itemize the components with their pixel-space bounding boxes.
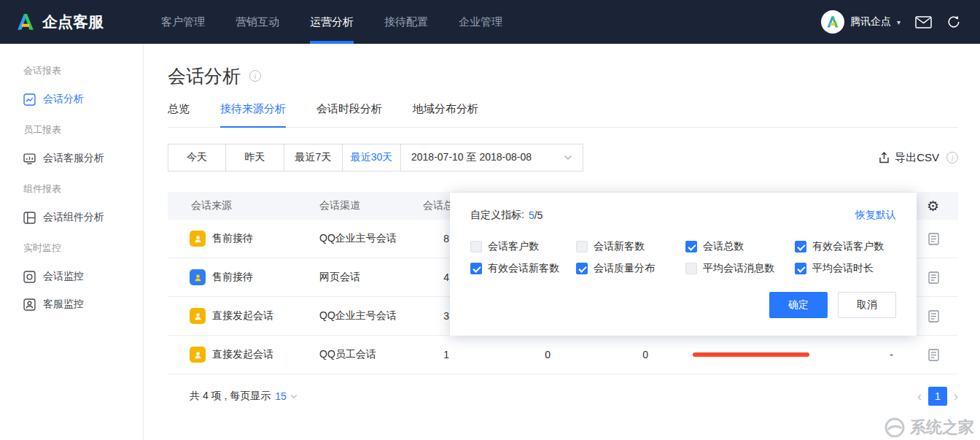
- sidebar-item-session-analysis[interactable]: 会话分析: [0, 85, 143, 113]
- metric-option-avg-messages[interactable]: 平均会话消息数: [685, 261, 795, 276]
- metric-count-total: /5: [534, 209, 543, 221]
- source-cell: 直接发起会话: [212, 309, 273, 323]
- mail-icon[interactable]: [915, 16, 932, 28]
- export-info-icon[interactable]: i: [946, 152, 958, 163]
- confirm-button[interactable]: 确定: [769, 292, 828, 318]
- brand-logo[interactable]: 企点客服: [16, 12, 146, 32]
- sidebar-item-session-monitor[interactable]: 会话监控: [0, 263, 143, 290]
- checkbox-label: 会话总数: [703, 240, 744, 253]
- checkbox[interactable]: [470, 241, 482, 252]
- tab-region-distribution-analysis[interactable]: 地域分布分析: [413, 102, 478, 127]
- sidebar-item-agent-session-analysis[interactable]: 会话客服分析: [0, 144, 143, 172]
- metric-count: 5: [529, 209, 534, 221]
- checkbox-label: 有效会话新客数: [488, 262, 559, 275]
- filter-yesterday-button[interactable]: 昨天: [226, 144, 284, 171]
- tab-session-period-analysis[interactable]: 会话时段分析: [316, 102, 382, 127]
- nav-label: 客户管理: [161, 15, 205, 29]
- export-csv-button[interactable]: 导出CSV: [879, 151, 939, 165]
- metric-option-quality-distribution[interactable]: 会话质量分布: [576, 261, 685, 276]
- source-channel-icon: [190, 269, 206, 285]
- tab-reception-source-analysis[interactable]: 接待来源分析: [220, 102, 286, 128]
- tab-overview[interactable]: 总览: [168, 102, 190, 127]
- source-channel-icon: [190, 231, 206, 247]
- checkbox-label: 有效会话客户数: [812, 240, 884, 253]
- chevron-down-icon: [564, 155, 572, 161]
- metric-option-valid-session-customers[interactable]: 有效会话客户数: [795, 239, 896, 254]
- title-info-icon[interactable]: i: [249, 70, 261, 82]
- source-cell: 直接发起会话: [212, 348, 273, 361]
- nav-operation-analysis[interactable]: 运营分析: [295, 0, 369, 44]
- channel-cell: QQ员工会话: [319, 348, 423, 361]
- checkbox[interactable]: [795, 263, 806, 274]
- table-row: 直接发起会话 QQ员工会话 1 0 0 -: [168, 336, 958, 374]
- checkbox-label: 会话质量分布: [594, 262, 655, 275]
- report-detail-icon[interactable]: [928, 271, 939, 284]
- sidebar: 会话报表 会话分析 员工报表 会话客服分析 组件报表 会话组件分析: [0, 44, 144, 440]
- analysis-tabs: 总览 接待来源分析 会话时段分析 地域分布分析: [168, 102, 958, 128]
- pagination-summary: 共 4 项 , 每页显示: [168, 390, 271, 403]
- source-channel-icon: [190, 347, 206, 363]
- report-detail-icon[interactable]: [928, 233, 939, 245]
- export-icon: [879, 152, 890, 163]
- logout-icon[interactable]: [946, 15, 961, 29]
- sidebar-item-agent-monitor[interactable]: 客服监控: [0, 290, 143, 318]
- filter-last30days-button[interactable]: 最近30天: [343, 144, 401, 171]
- total-cell: 1: [423, 349, 489, 360]
- prev-page-icon[interactable]: ‹: [917, 390, 922, 403]
- nav-label: 营销互动: [236, 15, 279, 29]
- metric-option-valid-new-customers[interactable]: 有效会话新客数: [470, 261, 576, 276]
- checkbox-label: 平均会话消息数: [703, 262, 774, 275]
- date-quick-filters: 今天 昨天 最近7天 最近30天: [168, 144, 401, 171]
- nav-label: 接待配置: [384, 15, 428, 29]
- column-header-channel: 会话渠道: [319, 199, 423, 212]
- checkbox[interactable]: [795, 241, 806, 252]
- metric-cell: -: [820, 349, 897, 360]
- checkbox[interactable]: [685, 241, 697, 252]
- sidebar-section-component-reports: 组件报表: [0, 172, 143, 204]
- sidebar-item-label: 会话监控: [43, 270, 84, 283]
- avatar: [821, 10, 844, 34]
- metric-option-session-customers[interactable]: 会话客户数: [470, 239, 576, 254]
- sidebar-item-label: 客服监控: [43, 298, 84, 311]
- source-cell: 售前接待: [212, 232, 253, 245]
- checkbox[interactable]: [576, 263, 588, 274]
- sidebar-item-component-analysis[interactable]: 会话组件分析: [0, 204, 143, 231]
- next-page-icon[interactable]: ›: [954, 390, 958, 403]
- column-settings-gear-icon[interactable]: ⚙: [927, 199, 939, 213]
- top-bar: 企点客服 客户管理 营销互动 运营分析 接待配置 企业管理 腾讯企点 ▾: [0, 0, 980, 44]
- filter-last7days-button[interactable]: 最近7天: [284, 144, 343, 171]
- metric-option-new-customers[interactable]: 会话新客数: [576, 239, 685, 254]
- account-menu[interactable]: 腾讯企点 ▾: [821, 10, 901, 34]
- column-header-source: 会话来源: [168, 199, 319, 212]
- chevron-down-icon: [290, 394, 298, 399]
- brand-name: 企点客服: [42, 12, 104, 32]
- date-range-value: 2018-07-10 至 2018-08-08: [411, 151, 532, 164]
- nav-enterprise-management[interactable]: 企业管理: [443, 0, 518, 44]
- cancel-button[interactable]: 取消: [838, 292, 896, 318]
- source-channel-icon: [190, 308, 206, 324]
- nav-customer-management[interactable]: 客户管理: [146, 0, 220, 44]
- report-detail-icon[interactable]: [928, 310, 939, 323]
- date-range-picker[interactable]: 2018-07-10 至 2018-08-08: [401, 144, 583, 171]
- metric-option-avg-duration[interactable]: 平均会话时长: [795, 261, 896, 276]
- page-size-select[interactable]: 15: [275, 390, 287, 402]
- metric-cell: 0: [489, 349, 580, 360]
- sidebar-section-realtime-monitor: 实时监控: [0, 231, 143, 263]
- quality-distribution-bar: [693, 352, 809, 357]
- export-area: 导出CSV i: [879, 151, 958, 165]
- filter-today-button[interactable]: 今天: [168, 144, 226, 171]
- watermark-icon: [884, 417, 906, 439]
- checkbox[interactable]: [470, 263, 482, 274]
- checkbox-label: 会话新客数: [594, 240, 645, 253]
- metric-option-session-total[interactable]: 会话总数: [685, 239, 795, 254]
- page-number-button[interactable]: 1: [928, 387, 947, 406]
- report-detail-icon[interactable]: [928, 349, 939, 361]
- checkbox[interactable]: [685, 263, 697, 274]
- nav-marketing[interactable]: 营销互动: [220, 0, 295, 44]
- checkbox[interactable]: [576, 241, 588, 252]
- checkbox-label: 平均会话时长: [812, 262, 874, 275]
- chevron-down-icon: ▾: [897, 18, 901, 26]
- reset-default-link[interactable]: 恢复默认: [855, 209, 896, 222]
- top-nav: 客户管理 营销互动 运营分析 接待配置 企业管理: [146, 0, 518, 44]
- nav-reception-config[interactable]: 接待配置: [369, 0, 443, 44]
